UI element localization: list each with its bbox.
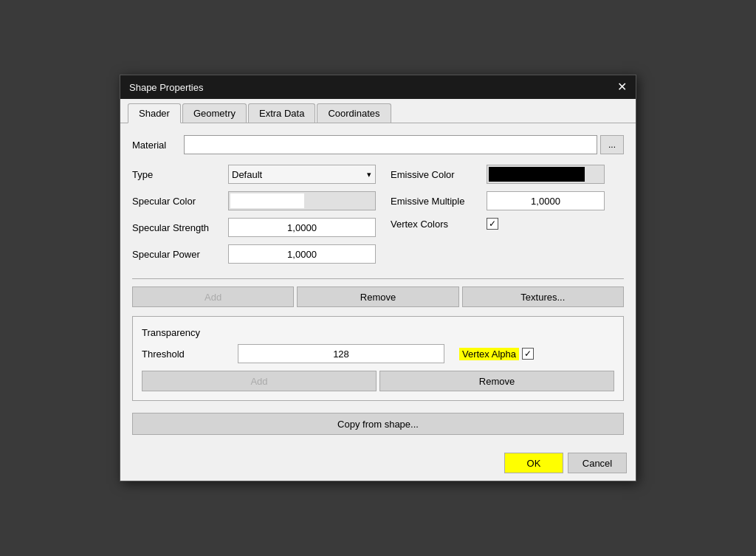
specular-color-row: Specular Color [132, 191, 376, 210]
vertex-alpha-label: Vertex Alpha [459, 348, 519, 360]
main-content: Material ... Type Default [120, 123, 636, 447]
dialog-title: Shape Properties [129, 82, 203, 93]
ok-button[interactable]: OK [504, 453, 563, 473]
material-browse-button[interactable]: ... [600, 135, 624, 154]
material-row: Material ... [132, 135, 624, 154]
tab-extra-data[interactable]: Extra Data [248, 103, 315, 123]
vertex-alpha-container: Vertex Alpha ✓ [459, 348, 534, 360]
threshold-row: Threshold Vertex Alpha ✓ [142, 344, 614, 363]
specular-color-swatch [230, 193, 304, 208]
transparency-label: Transparency [142, 327, 614, 338]
threshold-label: Threshold [142, 349, 238, 360]
tab-coordinates[interactable]: Coordinates [317, 103, 391, 123]
emissive-color-label: Emissive Color [391, 169, 487, 180]
type-select[interactable]: Default Opaque Transparent Additive [228, 165, 376, 184]
title-bar: Shape Properties ✕ [120, 75, 636, 99]
right-column: Emissive Color Emissive Multiple [383, 165, 629, 271]
dialog-footer: OK Cancel [120, 447, 636, 481]
specular-strength-label: Specular Strength [132, 222, 228, 233]
vertex-colors-checkbox-container: ✓ [487, 218, 498, 230]
emissive-color-swatch [489, 167, 585, 182]
specular-strength-input[interactable] [228, 218, 376, 237]
specular-power-input[interactable] [228, 244, 376, 264]
transparency-buttons-row: Add Remove [142, 371, 614, 391]
shader-content: Material ... Type Default [120, 123, 636, 447]
vertex-colors-row: Vertex Colors ✓ [391, 218, 629, 230]
divider-1 [132, 278, 624, 279]
tab-geometry[interactable]: Geometry [182, 103, 247, 123]
emissive-multiple-label: Emissive Multiple [391, 196, 487, 207]
specular-power-label: Specular Power [132, 249, 228, 260]
type-label: Type [132, 169, 228, 180]
emissive-multiple-row: Emissive Multiple [391, 191, 629, 210]
left-column: Type Default Opaque Transparent Additive [132, 165, 383, 271]
tab-shader[interactable]: Shader [128, 103, 181, 123]
vertex-alpha-checkbox[interactable]: ✓ [522, 348, 534, 360]
transparency-section: Transparency Threshold Vertex Alpha ✓ Ad… [132, 316, 624, 401]
add-transparency-button[interactable]: Add [142, 371, 377, 391]
tab-bar: Shader Geometry Extra Data Coordinates [120, 99, 636, 123]
specular-color-picker[interactable] [228, 191, 376, 210]
add-shader-button[interactable]: Add [132, 286, 294, 307]
threshold-input[interactable] [238, 344, 444, 363]
shape-properties-dialog: Shape Properties ✕ Shader Geometry Extra… [120, 75, 636, 481]
copy-from-shape-button[interactable]: Copy from shape... [132, 413, 624, 435]
main-area: Material ... Type Default [120, 123, 636, 447]
material-label: Material [132, 140, 184, 151]
remove-transparency-button[interactable]: Remove [379, 371, 614, 391]
two-col-section: Type Default Opaque Transparent Additive [132, 165, 624, 271]
specular-power-row: Specular Power [132, 244, 376, 264]
emissive-color-row: Emissive Color [391, 165, 629, 184]
cancel-button[interactable]: Cancel [568, 453, 627, 473]
close-button[interactable]: ✕ [617, 81, 627, 93]
type-select-wrapper: Default Opaque Transparent Additive [228, 165, 376, 184]
shader-buttons-row: Add Remove Textures... [132, 286, 624, 307]
emissive-multiple-input[interactable] [487, 191, 605, 210]
specular-color-label: Specular Color [132, 196, 228, 207]
emissive-color-picker[interactable] [487, 165, 605, 184]
remove-shader-button[interactable]: Remove [297, 286, 458, 307]
textures-button[interactable]: Textures... [462, 286, 624, 307]
vertex-colors-label: Vertex Colors [391, 219, 487, 230]
specular-strength-row: Specular Strength [132, 218, 376, 237]
vertex-colors-checkbox[interactable]: ✓ [487, 218, 498, 230]
material-input[interactable] [184, 135, 597, 154]
type-row: Type Default Opaque Transparent Additive [132, 165, 376, 184]
